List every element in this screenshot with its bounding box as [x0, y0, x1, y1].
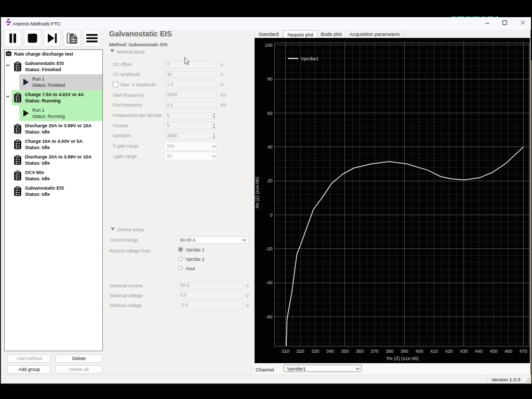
- svg-text:20: 20: [267, 178, 272, 183]
- svg-text:-20: -20: [265, 246, 272, 251]
- svg-text:310: 310: [282, 349, 289, 354]
- svg-text:100: 100: [264, 43, 272, 48]
- svg-text:Vprobe1: Vprobe1: [301, 56, 318, 61]
- svg-text:370: 370: [371, 349, 379, 354]
- svg-text:-60: -60: [265, 314, 272, 320]
- svg-text:60: 60: [267, 111, 272, 116]
- svg-text:340: 340: [326, 349, 334, 354]
- svg-text:380: 380: [385, 349, 393, 354]
- svg-text:40: 40: [267, 144, 272, 150]
- svg-text:Re (Z) (x1e-06): Re (Z) (x1e-06): [387, 356, 419, 361]
- svg-text:400: 400: [415, 349, 423, 354]
- svg-text:-Im (Z) (x1e-06): -Im (Z) (x1e-06): [255, 177, 260, 209]
- svg-text:80: 80: [267, 76, 272, 82]
- svg-text:430: 430: [460, 349, 468, 354]
- svg-text:-40: -40: [265, 280, 272, 285]
- svg-text:320: 320: [297, 349, 304, 354]
- svg-text:440: 440: [475, 349, 483, 354]
- svg-text:410: 410: [430, 349, 438, 354]
- svg-text:460: 460: [504, 349, 512, 354]
- svg-text:350: 350: [341, 349, 349, 354]
- svg-text:0: 0: [270, 212, 272, 218]
- svg-text:390: 390: [401, 349, 408, 354]
- svg-text:330: 330: [311, 349, 319, 354]
- svg-text:420: 420: [445, 349, 453, 354]
- svg-text:470: 470: [520, 349, 527, 354]
- svg-text:360: 360: [356, 349, 364, 354]
- svg-text:450: 450: [489, 349, 497, 354]
